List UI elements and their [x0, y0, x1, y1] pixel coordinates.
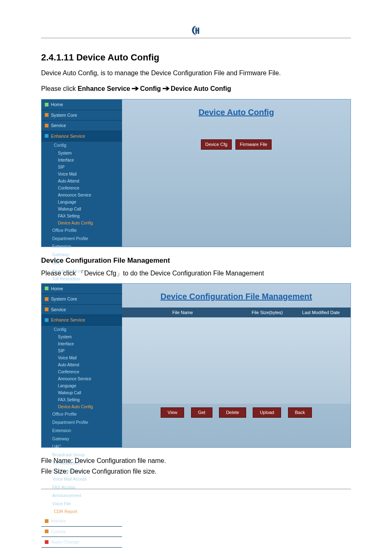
section-heading: 2.4.1.11 Device Auto Config: [41, 51, 351, 64]
sidebar-item-label: CDR Report: [54, 509, 77, 514]
sidebar-item-label: Enhance Service: [51, 133, 85, 140]
sidebar-sub2[interactable]: Interface: [42, 340, 122, 347]
sidebar-item-enhance-service[interactable]: Enhance Service: [42, 131, 122, 142]
sidebar-sub2[interactable]: SIP: [42, 164, 122, 171]
column-file-size: File Size(bytes): [244, 308, 292, 318]
delete-button[interactable]: Delete: [219, 407, 246, 418]
sidebar-sub2-active[interactable]: Device Auto Config: [42, 403, 122, 410]
arrow-icon: ➔: [162, 83, 169, 94]
table-header: File Name File Size(bytes) Last Modified…: [122, 308, 350, 318]
sidebar-sub2[interactable]: System: [42, 150, 122, 157]
device-cfg-button[interactable]: Device Cfg: [201, 139, 232, 150]
sidebar-item-enhance-service[interactable]: Enhance Service: [42, 315, 122, 326]
sidebar-item-home[interactable]: Home: [42, 99, 122, 110]
sidebar-item-service[interactable]: Service: [42, 305, 122, 315]
screenshot-device-auto-config: Home System Core Service Enhance Service…: [41, 99, 351, 247]
table-body: [122, 317, 350, 404]
intro2-config: Config: [140, 85, 163, 92]
sidebar-sub2[interactable]: FAX Setting: [42, 213, 122, 220]
sidebar-sub2[interactable]: Language: [42, 382, 122, 389]
sidebar-item-label: Service: [51, 306, 66, 313]
upload-button[interactable]: Upload: [253, 407, 281, 418]
sidebar-sub2[interactable]: FAX Setting: [42, 396, 122, 403]
sidebar-sub[interactable]: Department Profile: [42, 419, 122, 427]
header-logo-bar: [41, 25, 351, 38]
sidebar-sub-config[interactable]: Config: [42, 141, 122, 150]
sidebar-item-service[interactable]: Service: [42, 120, 122, 131]
back-button[interactable]: Back: [288, 407, 312, 418]
sidebar-sub2[interactable]: Conference: [42, 185, 122, 192]
desc-file-size: File Size: Device Configuration file siz…: [41, 467, 351, 476]
sidebar: Home System Core Service Enhance Service…: [42, 284, 122, 447]
sidebar-sub2[interactable]: Announce Service: [42, 375, 122, 382]
sidebar-item-label: System Core: [51, 296, 77, 303]
arrow-icon: ➔: [131, 83, 139, 94]
sidebar-item-control[interactable]: Control: [42, 527, 122, 537]
column-file-name: File Name: [122, 308, 244, 318]
intro-paragraph-2: Please click Enhance Service ➔ Config ➔ …: [41, 83, 351, 94]
mgmt-click-text: Please click 「Device Cfg」to do the Devic…: [41, 268, 351, 278]
sidebar: Home System Core Service Enhance Service…: [42, 99, 122, 247]
svg-rect-2: [196, 30, 199, 31]
page-title: Device Auto Config: [129, 106, 343, 118]
sidebar-sub[interactable]: Voice File: [42, 500, 122, 508]
sidebar-sub[interactable]: Gateway: [42, 435, 122, 443]
sidebar-sub[interactable]: Extension: [42, 427, 122, 435]
sidebar-sub[interactable]: FAX Access: [42, 483, 122, 492]
sidebar-sub[interactable]: Extension: [42, 243, 122, 251]
main-panel: Device Auto Config Device Cfg Firmware F…: [122, 99, 350, 247]
sidebar-item-system-core[interactable]: System Core: [42, 294, 122, 305]
sidebar-sub2[interactable]: Announce Service: [42, 192, 122, 199]
get-button[interactable]: Get: [191, 407, 212, 418]
sidebar-sub2[interactable]: Wakeup Call: [42, 206, 122, 213]
firmware-file-button[interactable]: Firmware File: [235, 139, 272, 150]
sidebar-sub[interactable]: Office Profile: [42, 410, 122, 419]
sidebar-item-label: Apply Change: [51, 539, 79, 546]
sidebar-sub2-active[interactable]: Device Auto Config: [42, 220, 122, 227]
intro-paragraph-1: Device Auto Config, is to manage the Dev…: [41, 68, 351, 78]
sidebar-sub2[interactable]: Language: [42, 199, 122, 206]
view-button[interactable]: View: [161, 407, 184, 418]
sidebar-sub[interactable]: Announcement: [42, 492, 122, 500]
sidebar-sub[interactable]: Department Profile: [42, 235, 122, 243]
sidebar-item-label: Config: [54, 143, 66, 148]
sidebar-sub2[interactable]: System: [42, 333, 122, 340]
sidebar-sub2[interactable]: Interface: [42, 157, 122, 164]
sidebar-item-label: System Core: [51, 112, 77, 119]
main-panel: Device Configuration File Management Fil…: [122, 284, 350, 447]
page-title: Device Configuration File Management: [122, 290, 350, 303]
sidebar-item-label: Config: [54, 327, 66, 332]
desc-file-name: File Name: Device Configuration file nam…: [41, 456, 351, 466]
sidebar-sub2[interactable]: Auto Attend: [42, 178, 122, 185]
sidebar-item-label: Service: [51, 122, 66, 129]
sidebar-item-system-core[interactable]: System Core: [42, 110, 122, 121]
sidebar-sub-cdr[interactable]: CDR Report: [42, 508, 122, 516]
sidebar-sub[interactable]: Voice Mail Access: [42, 475, 122, 483]
sidebar-item-label: Monitor: [51, 518, 66, 525]
intro2-enhance: Enhance Service: [78, 85, 132, 92]
column-last-modified: Last Modified Date: [291, 308, 350, 318]
mgmt-heading: Device Configuration File Management: [41, 255, 351, 266]
sidebar-item-label: Home: [51, 285, 63, 292]
screenshot-device-cfg-mgmt: Home System Core Service Enhance Service…: [41, 283, 351, 448]
sidebar-sub[interactable]: UAC: [42, 443, 122, 451]
intro2-part1: Please click: [41, 85, 78, 92]
sidebar-sub-config[interactable]: Config: [42, 326, 122, 334]
intro2-device: Device Auto Config: [171, 85, 231, 92]
sidebar-item-home[interactable]: Home: [42, 284, 122, 294]
button-row: Device Cfg Firmware File: [129, 139, 343, 150]
sidebar-item-monitor[interactable]: Monitor: [42, 516, 122, 527]
sidebar-item-label: Home: [51, 101, 63, 108]
sidebar-sub2[interactable]: Wakeup Call: [42, 389, 122, 396]
sidebar-item-apply-change[interactable]: Apply Change: [42, 537, 122, 548]
logo-icon: [190, 25, 202, 36]
sidebar-item-label: Control: [51, 528, 65, 535]
sidebar-item-label: Enhance Service: [51, 317, 85, 324]
sidebar-sub2[interactable]: Conference: [42, 368, 122, 375]
sidebar-sub[interactable]: Office Profile: [42, 227, 122, 235]
sidebar-sub2[interactable]: Voice Mail: [42, 354, 122, 361]
sidebar-sub2[interactable]: Voice Mail: [42, 171, 122, 178]
sidebar-sub2[interactable]: SIP: [42, 347, 122, 354]
action-button-row: View Get Delete Upload Back: [122, 404, 350, 421]
sidebar-sub2[interactable]: Auto Attend: [42, 361, 122, 368]
